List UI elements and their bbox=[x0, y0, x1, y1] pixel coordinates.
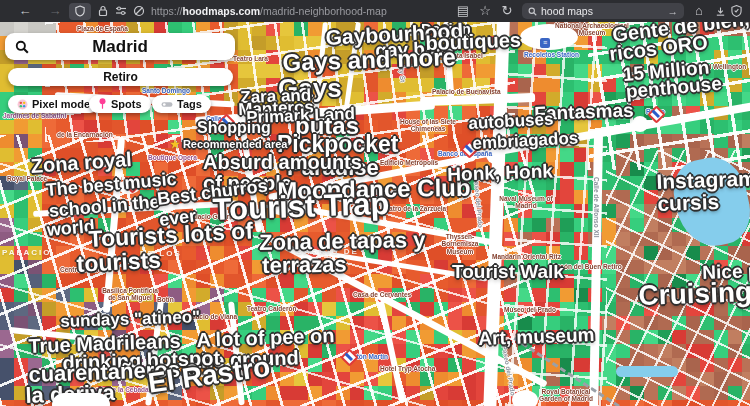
map-poi-label: Santo Domingo bbox=[142, 87, 190, 94]
save-page-icon[interactable] bbox=[715, 6, 726, 17]
plaza bbox=[632, 116, 648, 132]
crowd-tag-label: ★Recommended area bbox=[170, 138, 287, 151]
map-poi-label: Edificio Metrópolis bbox=[380, 159, 438, 166]
privacy-badge-icon[interactable] bbox=[731, 5, 742, 17]
map-poi-label: Basílica Pontificia de San Miguel bbox=[98, 287, 162, 302]
map-poi-label: Jardines de Sabatini bbox=[3, 112, 66, 119]
map-poi-label: de la Encarnación bbox=[57, 131, 113, 138]
forward-button[interactable]: → bbox=[44, 0, 66, 22]
back-button[interactable]: ← bbox=[14, 0, 36, 22]
go-arrow-icon[interactable]: → bbox=[668, 5, 679, 17]
home-icon[interactable]: ⌂ bbox=[688, 0, 710, 22]
park-pond bbox=[616, 366, 678, 377]
tag-icon bbox=[161, 100, 173, 109]
map-poi-label: Boutique Opera bbox=[148, 154, 197, 161]
bookmark-star-icon[interactable]: ☆ bbox=[474, 0, 496, 22]
crowd-tag-label: Shopping bbox=[197, 119, 271, 137]
search-icon bbox=[15, 40, 29, 54]
neighborhood-box[interactable]: Retiro bbox=[8, 68, 233, 86]
tags-button[interactable]: Tags bbox=[152, 95, 211, 113]
spots-label: Spots bbox=[111, 98, 142, 110]
map-poi-label: Palacio de Buenavista bbox=[432, 88, 501, 95]
crowd-tag-label: tourists bbox=[76, 247, 162, 278]
shield-icon bbox=[75, 5, 85, 17]
train-station-icon: ≡ bbox=[540, 38, 550, 48]
map-poi-label: Recoletos Station bbox=[524, 51, 579, 58]
map-poi-label: Teatro Calderón bbox=[247, 305, 296, 312]
palette-icon bbox=[17, 99, 28, 110]
shield-button[interactable] bbox=[69, 3, 91, 20]
map-poi-label: Naval Museum of Madrid bbox=[498, 195, 554, 210]
url-bar[interactable]: https://hoodmaps.com/madrid-neighborhood… bbox=[151, 5, 452, 17]
browser-toolbar: ← → https://hoodmaps.com/madrid-neighbor… bbox=[0, 0, 750, 22]
crowd-tag-label: Tourist Walk bbox=[452, 261, 564, 283]
lock-icon bbox=[98, 5, 108, 17]
browser-search-value: hood maps bbox=[541, 5, 664, 17]
map-poi-label: Plaza de España bbox=[77, 25, 128, 32]
star-icon: ★ bbox=[170, 138, 180, 150]
pixel-mode-button[interactable]: Pixel mode bbox=[8, 95, 99, 113]
map-poi-label: Calle de Alfonso XII bbox=[593, 177, 600, 237]
district-label: PALACIO bbox=[2, 248, 51, 257]
map-poi-label: Royal Botanical Garden of Madrid bbox=[530, 388, 602, 403]
permissions-icon[interactable] bbox=[115, 6, 127, 16]
refresh-icon[interactable]: ↻ bbox=[496, 0, 518, 22]
crowd-tag-label: Art, museum bbox=[478, 324, 595, 350]
search-icon bbox=[528, 7, 537, 16]
tracking-blocked-icon[interactable] bbox=[133, 5, 145, 17]
map-poi-label: Teatro Lara bbox=[233, 55, 268, 62]
crowd-tag-label: terrazas bbox=[262, 252, 347, 279]
crowd-tag-label: Cruising bbox=[638, 276, 750, 312]
map-poi-label: Casa de Cervantes bbox=[353, 291, 411, 298]
feedback-widget[interactable] bbox=[52, 393, 110, 406]
tags-label: Tags bbox=[177, 98, 202, 110]
spots-button[interactable]: Spots bbox=[89, 95, 151, 113]
map-poi-label: Teatro de la Zarzuela bbox=[382, 205, 446, 212]
map-poi-label: House of las Siete Chimeneas bbox=[397, 118, 459, 133]
crowd-tag-label: Honk, Honk bbox=[447, 160, 553, 186]
browser-window: ← → https://hoodmaps.com/madrid-neighbor… bbox=[0, 0, 750, 406]
map-poi-label: Thyssen-Bornemisza Museum bbox=[428, 233, 492, 255]
city-search-box[interactable]: Madrid bbox=[5, 33, 235, 60]
pin-icon bbox=[98, 98, 107, 110]
reader-mode-icon[interactable]: ▤ bbox=[452, 0, 474, 22]
crowd-tag-label: cursis bbox=[657, 190, 720, 216]
map-poi-label: Museo del Prado bbox=[504, 306, 556, 313]
pixel-mode-label: Pixel mode bbox=[32, 98, 90, 110]
map-poi-label: Hotel Tryp Atocha bbox=[380, 365, 435, 372]
browser-search-field[interactable]: hood maps → bbox=[522, 3, 684, 19]
map-poi-label: Botín bbox=[157, 296, 174, 303]
neighborhood-name: Retiro bbox=[103, 70, 138, 84]
city-name: Madrid bbox=[29, 37, 211, 57]
crowd-tag-label: Absurd amounts bbox=[203, 151, 362, 174]
map-poi-label: Mandarin Oriental Ritz bbox=[492, 253, 561, 260]
